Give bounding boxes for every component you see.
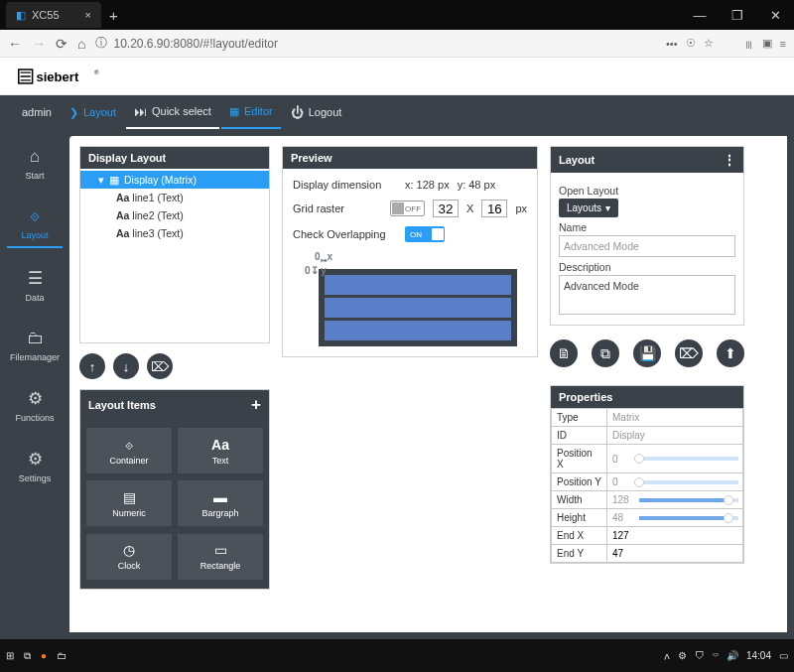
nav-home-icon[interactable]: ⌂ — [77, 36, 85, 52]
sidebar-toggle-icon[interactable]: ▣ — [762, 37, 772, 50]
nav-editor[interactable]: ▦ Editor — [221, 95, 281, 129]
prop-height-val[interactable]: 48 — [612, 512, 623, 523]
start-menu-icon[interactable]: ⊞ — [6, 650, 14, 661]
preview-line3[interactable] — [325, 321, 511, 340]
sidebar-item-data[interactable]: ☰ Data — [7, 262, 63, 309]
width-slider[interactable] — [639, 498, 738, 502]
tree-node-line2[interactable]: Aa line2 (Text) — [80, 206, 269, 224]
layout-items-title: Layout Items — [88, 399, 156, 411]
posy-slider[interactable] — [639, 480, 738, 484]
explorer-icon[interactable]: 🗀 — [57, 650, 66, 661]
upload-layout-button[interactable]: ⬆ — [717, 339, 744, 367]
sidebar-item-settings[interactable]: ⚙ Settings — [7, 443, 63, 489]
save-layout-button[interactable]: 💾 — [633, 339, 661, 367]
prop-id-val: Display — [607, 427, 743, 445]
more-dots-icon[interactable]: ••• — [666, 38, 678, 50]
display-layout-panel: Display Layout ▾ ▦ Display (Matrix) Aa l… — [79, 146, 270, 343]
window-restore-icon[interactable]: ❐ — [719, 0, 756, 30]
nav-layout[interactable]: ❯ Layout — [62, 95, 124, 129]
browser-tab[interactable]: ◧ XC55 × — [6, 2, 101, 28]
nav-forward-icon[interactable]: → — [32, 36, 46, 52]
workspace: Display Layout ▾ ▦ Display (Matrix) Aa l… — [69, 136, 787, 632]
firefox-icon[interactable]: ● — [41, 650, 47, 661]
item-rectangle[interactable]: ▭Rectangle — [178, 534, 263, 580]
tree-node-line3[interactable]: Aa line3 (Text) — [80, 224, 269, 242]
prop-row-height: Height48 — [552, 509, 743, 527]
prop-row-type: TypeMatrix — [552, 409, 743, 427]
item-text[interactable]: AaText — [178, 428, 263, 473]
item-rectangle-label: Rectangle — [200, 561, 241, 571]
erase-button[interactable]: ⌦ — [147, 353, 173, 379]
tray-shield-icon[interactable]: ⛉ — [695, 650, 705, 661]
power-icon: ⏻ — [291, 105, 304, 120]
item-bargraph[interactable]: ▬Bargraph — [178, 480, 263, 526]
prop-row-id: IDDisplay — [552, 427, 743, 445]
preview-line2[interactable] — [325, 298, 511, 318]
nav-user[interactable]: admin — [14, 95, 60, 129]
display-layout-heading: Display Layout — [80, 147, 269, 169]
task-view-icon[interactable]: ⧉ — [24, 650, 31, 662]
tree-node-display[interactable]: ▾ ▦ Display (Matrix) — [80, 171, 269, 189]
tray-time[interactable]: 14:04 — [746, 650, 771, 661]
url-text[interactable]: 10.20.6.90:8080/#!layout/editor — [113, 37, 277, 51]
prop-endy-val: 47 — [607, 545, 743, 563]
nav-logout[interactable]: ⏻ Logout — [283, 95, 350, 129]
item-text-label: Text — [212, 456, 229, 466]
prop-height-label: Height — [552, 509, 607, 527]
item-clock[interactable]: ◷Clock — [86, 534, 172, 580]
nav-logout-label: Logout — [309, 106, 342, 118]
layouts-dropdown[interactable]: Layouts ▾ — [559, 199, 618, 217]
grid-y-input[interactable] — [481, 200, 507, 217]
panel-menu-icon[interactable]: ⋮ — [723, 152, 735, 168]
new-layout-button[interactable]: 🗎 — [550, 339, 578, 367]
nav-back-icon[interactable]: ← — [8, 36, 22, 52]
grid-toggle[interactable]: OFF — [390, 201, 425, 216]
sidebar-item-filemanager[interactable]: 🗀 Filemanager — [7, 323, 63, 368]
window-minimize-icon[interactable]: — — [681, 0, 719, 30]
new-tab-button[interactable]: + — [109, 7, 118, 24]
item-clock-label: Clock — [118, 561, 141, 571]
tree-caret-icon: ▾ — [98, 174, 104, 186]
preview-canvas: 0↦x 0↧ y — [293, 251, 527, 346]
sidebar-item-layout[interactable]: ⟐ Layout — [7, 201, 63, 248]
sidebar-item-functions[interactable]: ⚙ Functions — [7, 382, 63, 429]
prop-endx-val: 127 — [607, 527, 743, 545]
grid-x-input[interactable] — [433, 200, 459, 217]
info-icon[interactable]: ⓘ — [95, 35, 107, 52]
layout-name-input[interactable] — [559, 235, 735, 257]
item-numeric[interactable]: ▤Numeric — [86, 480, 172, 526]
grid-toggle-state: OFF — [405, 204, 421, 213]
library-icon[interactable]: ⫼ — [743, 38, 754, 50]
preview-line1[interactable] — [325, 275, 511, 295]
add-item-button[interactable]: + — [251, 395, 261, 415]
layout-desc-input[interactable]: Advanced Mode — [559, 275, 735, 315]
tree-node-line1[interactable]: Aa line1 (Text) — [80, 189, 269, 206]
prop-posy-val[interactable]: 0 — [612, 476, 618, 487]
tray-wifi-icon[interactable]: ⌔ — [713, 650, 719, 661]
tray-network-icon[interactable]: ⚙ — [678, 650, 687, 661]
tray-sound-icon[interactable]: 🔊 — [727, 650, 738, 661]
top-nav: admin ❯ Layout ⏭ Quick select ▦ Editor ⏻… — [0, 95, 794, 129]
reader-icon[interactable]: ☉ — [686, 37, 696, 50]
item-container[interactable]: ⟐Container — [86, 428, 172, 473]
height-slider[interactable] — [639, 516, 738, 520]
move-up-button[interactable]: ↑ — [79, 353, 105, 379]
display-preview[interactable] — [319, 269, 517, 346]
posx-slider[interactable] — [639, 457, 738, 461]
menu-icon[interactable]: ≡ — [780, 38, 786, 50]
sidebar-item-start[interactable]: ⌂ Start — [7, 141, 63, 187]
nav-reload-icon[interactable]: ⟳ — [56, 36, 67, 52]
prop-posx-val[interactable]: 0 — [612, 454, 618, 465]
overlap-toggle[interactable]: ON — [405, 226, 445, 242]
prop-width-val[interactable]: 128 — [612, 494, 629, 505]
numeric-icon: ▤ — [123, 489, 136, 505]
tray-up-icon[interactable]: ʌ — [664, 650, 670, 661]
nav-quick-select[interactable]: ⏭ Quick select — [126, 95, 219, 129]
tray-notification-icon[interactable]: ▭ — [779, 650, 788, 661]
window-close-icon[interactable]: ✕ — [756, 0, 794, 30]
close-icon[interactable]: × — [85, 9, 91, 21]
star-icon[interactable]: ☆ — [704, 37, 714, 50]
copy-layout-button[interactable]: ⧉ — [592, 339, 619, 367]
delete-layout-button[interactable]: ⌦ — [675, 339, 703, 367]
move-down-button[interactable]: ↓ — [113, 353, 139, 379]
